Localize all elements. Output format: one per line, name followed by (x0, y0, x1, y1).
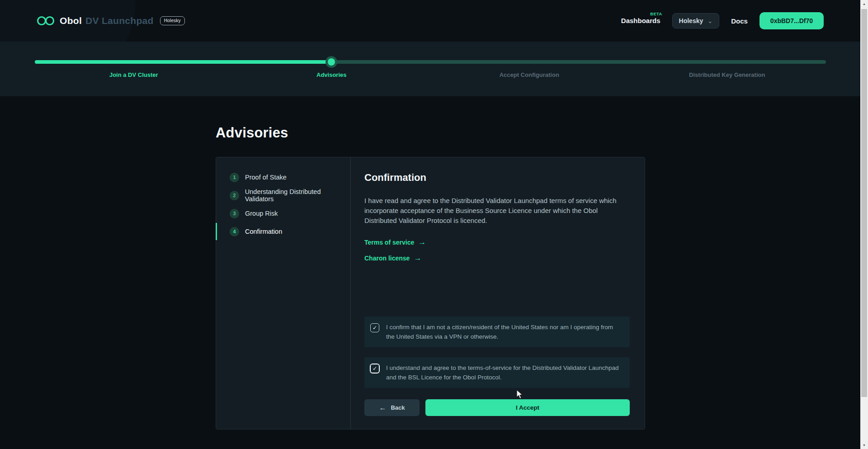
progress-track (35, 60, 826, 64)
step-number-badge: 2 (230, 191, 239, 200)
step-advisories[interactable]: Advisories (233, 71, 431, 78)
chevron-down-icon: ⌄ (708, 18, 712, 24)
step-distributed-key-generation: Distributed Key Generation (628, 71, 826, 78)
terms-of-service-link-label: Terms of service (364, 239, 414, 246)
scrollbar-up-arrow[interactable]: ▲ (860, 0, 868, 8)
citizen-confirmation-checkbox[interactable]: ✓ (370, 323, 379, 332)
charon-license-link-label: Charon license (364, 255, 410, 262)
dashboards-nav-item[interactable]: BETA Dashboards (621, 17, 660, 25)
network-select-button[interactable]: Holesky ⌄ (672, 13, 720, 28)
citizen-confirmation-row[interactable]: ✓ I confirm that I am not a citizen/resi… (364, 317, 630, 347)
step-join-dv-cluster[interactable]: Join a DV Cluster (35, 71, 233, 78)
back-button-label: Back (391, 404, 405, 411)
step-labels: Join a DV Cluster Advisories Accept Conf… (35, 71, 826, 78)
advisory-item-label: Proof of Stake (245, 174, 287, 181)
panel-buttons: ← Back I Accept (364, 399, 630, 416)
step-number-badge: 1 (230, 173, 239, 182)
network-select-value: Holesky (679, 17, 703, 24)
obol-infinity-logo-icon (36, 15, 55, 26)
app-header: Obol DV Launchpad Holesky BETA Dashboard… (0, 0, 868, 42)
brand-name: Obol (60, 15, 82, 26)
advisory-item-group-risk[interactable]: 3 Group Risk (216, 204, 350, 222)
advisory-item-label: Group Risk (245, 210, 278, 217)
confirmation-panel: Confirmation I have read and agree to th… (351, 157, 645, 429)
logo-group[interactable]: Obol DV Launchpad Holesky (36, 15, 185, 26)
back-button[interactable]: ← Back (364, 399, 420, 416)
product-name: DV Launchpad (85, 15, 154, 26)
terms-of-service-link[interactable]: Terms of service → (364, 238, 630, 247)
accept-button[interactable]: I Accept (425, 399, 630, 416)
wallet-address-button[interactable]: 0xbBD7...Df70 (760, 12, 824, 29)
advisory-item-proof-of-stake[interactable]: 1 Proof of Stake (216, 168, 350, 186)
beta-tag: BETA (650, 12, 662, 16)
step-number-badge: 4 (230, 227, 239, 236)
scrollbar-thumb[interactable] (861, 9, 867, 397)
obol-dv-launchpad-app: Obol DV Launchpad Holesky BETA Dashboard… (0, 0, 868, 449)
stepper-track-wrap: Join a DV Cluster Advisories Accept Conf… (35, 42, 826, 96)
progress-stepper: Join a DV Cluster Advisories Accept Conf… (0, 42, 868, 96)
scrollbar[interactable]: ▲ ▼ (860, 0, 868, 449)
advisories-card: 1 Proof of Stake 2 Understanding Distrib… (216, 157, 645, 430)
confirmation-checkboxes: ✓ I confirm that I am not a citizen/resi… (364, 317, 630, 398)
advisory-item-confirmation[interactable]: 4 Confirmation (216, 222, 350, 241)
progress-current-dot (328, 58, 335, 66)
charon-license-link[interactable]: Charon license → (364, 254, 630, 263)
panel-title: Confirmation (364, 172, 630, 184)
scrollbar-down-arrow[interactable]: ▼ (860, 441, 868, 449)
advisory-item-label: Understanding Distributed Validators (245, 188, 350, 203)
arrow-right-icon: → (418, 238, 426, 247)
arrow-right-icon: → (414, 254, 421, 263)
top-nav: BETA Dashboards Holesky ⌄ Docs 0xbBD7...… (621, 12, 824, 29)
terms-agreement-checkbox[interactable]: ✓ (370, 364, 379, 373)
citizen-confirmation-label: I confirm that I am not a citizen/reside… (386, 322, 622, 341)
panel-links: Terms of service → Charon license → (364, 238, 630, 263)
arrow-left-icon: ← (379, 404, 386, 412)
network-badge: Holesky (160, 16, 185, 25)
step-number-badge: 3 (230, 209, 239, 218)
progress-fill (35, 60, 331, 64)
terms-agreement-label: I understand and agree to the terms-of-s… (386, 363, 622, 382)
page-title: Advisories (216, 125, 288, 141)
advisory-step-list: 1 Proof of Stake 2 Understanding Distrib… (216, 157, 351, 429)
advisory-item-label: Confirmation (245, 228, 282, 235)
dashboards-link[interactable]: Dashboards (621, 17, 660, 24)
docs-link[interactable]: Docs (731, 17, 748, 25)
advisory-item-understanding-distributed-validators[interactable]: 2 Understanding Distributed Validators (216, 186, 350, 204)
step-accept-configuration: Accept Configuration (430, 71, 628, 78)
terms-agreement-row[interactable]: ✓ I understand and agree to the terms-of… (364, 357, 630, 388)
terms-paragraph: I have read and agree to the Distributed… (364, 196, 622, 226)
